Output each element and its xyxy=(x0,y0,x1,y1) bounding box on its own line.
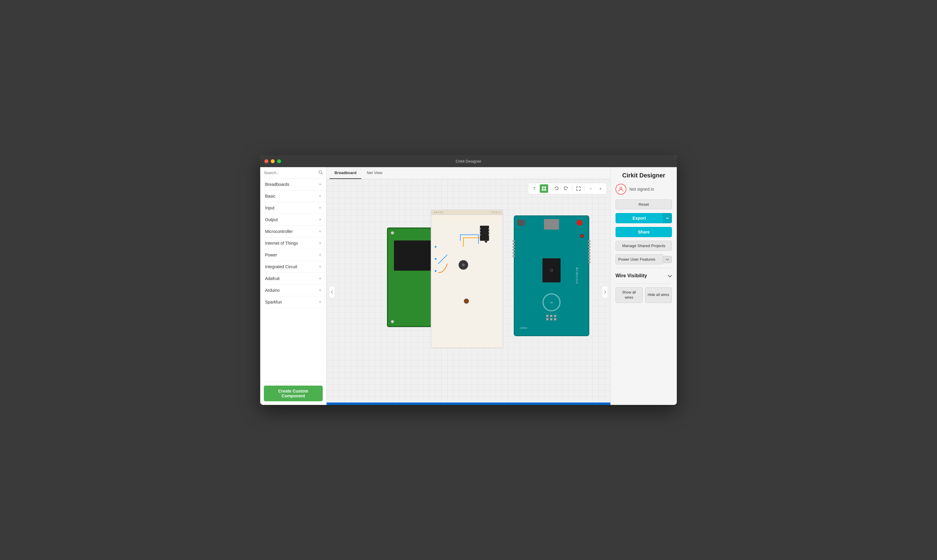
sidebar-item-label: Input xyxy=(265,206,274,210)
arduino-pin xyxy=(588,258,590,260)
arduino-pin xyxy=(513,243,515,245)
sidebar-item-label: Basic xyxy=(265,194,275,198)
sidebar-item-label: Integrated Circuit xyxy=(265,264,297,269)
sidebar-items-list: Breadboards + Basic + Input + Output + M… xyxy=(260,178,326,382)
sidebar-item-arduino[interactable]: Arduino + xyxy=(260,285,326,296)
arduino-pin xyxy=(588,255,590,257)
breadboard-header: A B C D E F G H I J xyxy=(432,210,502,215)
export-button-row: Export xyxy=(615,213,672,223)
power-user-row: Power User Features xyxy=(615,254,672,264)
sidebar-item-expand-icon: + xyxy=(319,217,322,222)
sidebar-item-expand-icon: + xyxy=(319,252,322,258)
svg-rect-17 xyxy=(489,228,490,229)
tab-net-view-label: Net View xyxy=(367,171,382,175)
sidebar-item-adafruit[interactable]: Adafruit + xyxy=(260,273,326,285)
sidebar-item-expand-icon: + xyxy=(319,276,322,281)
user-avatar-icon xyxy=(615,184,626,195)
tab-net-view[interactable]: Net View xyxy=(362,167,387,179)
sidebar-item-expand-icon: + xyxy=(319,205,322,211)
wire-visibility-title: Wire Visibility xyxy=(615,273,647,278)
sidebar-item-iot[interactable]: Internet of Things + xyxy=(260,237,326,249)
arduino-board: Arduino ∞ UNO xyxy=(514,215,589,336)
sidebar-item-label: Internet of Things xyxy=(265,241,298,246)
wire-visibility-chevron-icon xyxy=(668,273,672,278)
lcd-screen xyxy=(394,240,432,271)
create-custom-component-button[interactable]: Create Custom Component xyxy=(264,386,323,401)
sidebar-item-label: Power xyxy=(265,252,277,257)
tab-bar: Breadboard Net View xyxy=(327,167,610,179)
sidebar-item-label: Sparkfun xyxy=(265,300,282,305)
wire-buttons-row: Show all wires Hide all wires xyxy=(615,287,672,303)
canvas-container[interactable]: T xyxy=(327,179,610,405)
svg-rect-16 xyxy=(479,234,481,235)
sidebar-item-power[interactable]: Power + xyxy=(260,249,326,261)
arduino-left-pins xyxy=(513,240,515,257)
right-panel: Cirkit Designer Not signed in Reset Expo… xyxy=(610,167,677,405)
sidebar-item-output[interactable]: Output + xyxy=(260,214,326,226)
reset-button[interactable]: Reset xyxy=(615,200,672,209)
collapse-right-button[interactable] xyxy=(602,286,608,298)
svg-rect-18 xyxy=(489,231,490,232)
icsp-pin xyxy=(554,315,556,317)
search-input[interactable] xyxy=(264,171,316,175)
power-user-dropdown-button[interactable] xyxy=(663,256,672,263)
hide-all-wires-button[interactable]: Hide all wires xyxy=(645,287,672,303)
window-controls xyxy=(264,159,281,163)
sidebar-item-breadboards[interactable]: Breadboards + xyxy=(260,178,326,191)
manage-shared-projects-button[interactable]: Manage Shared Projects xyxy=(615,241,672,251)
canvas-scrollbar[interactable] xyxy=(327,403,610,405)
sidebar-item-sparkfun[interactable]: Sparkfun + xyxy=(260,296,326,308)
search-bar xyxy=(260,167,326,178)
sidebar-item-microcontroller[interactable]: Microcontroller + xyxy=(260,226,326,237)
arduino-pin xyxy=(588,249,590,251)
breadboard-dots-svg: // This will be done via CSS xyxy=(433,217,499,343)
canvas-components: A B C D E F G H I J xyxy=(327,179,610,405)
sidebar-item-label: Microcontroller xyxy=(265,229,293,234)
svg-point-9 xyxy=(464,299,469,303)
wire-visibility-section[interactable]: Wire Visibility xyxy=(615,272,672,280)
svg-point-10 xyxy=(435,246,436,248)
arduino-model-text: UNO xyxy=(521,326,527,329)
sidebar-item-expand-icon: + xyxy=(319,288,322,293)
arduino-pin xyxy=(513,246,515,248)
arduino-pin xyxy=(588,243,590,245)
svg-line-1 xyxy=(322,173,323,174)
export-dropdown-button[interactable] xyxy=(663,213,672,223)
sidebar-item-ic[interactable]: Integrated Circuit + xyxy=(260,261,326,273)
arduino-reset-button[interactable] xyxy=(580,234,584,238)
export-button[interactable]: Export xyxy=(615,213,663,223)
svg-rect-19 xyxy=(489,234,490,235)
collapse-left-button[interactable] xyxy=(329,286,335,298)
svg-rect-13 xyxy=(480,226,489,241)
sidebar-item-label: Adafruit xyxy=(265,276,279,281)
arduino-brand-text: Arduino xyxy=(575,267,579,284)
breadboard-component[interactable]: A B C D E F G H I J xyxy=(431,209,503,348)
arduino-pin xyxy=(588,261,590,263)
tab-breadboard[interactable]: Breadboard xyxy=(330,167,361,179)
close-button[interactable] xyxy=(264,159,268,163)
svg-point-20 xyxy=(485,240,487,243)
maximize-button[interactable] xyxy=(277,159,281,163)
titlebar: Cirkit Designer xyxy=(260,155,677,167)
show-all-wires-button[interactable]: Show all wires xyxy=(615,287,643,303)
svg-rect-15 xyxy=(479,231,481,232)
sidebar-item-basic[interactable]: Basic + xyxy=(260,191,326,202)
sidebar-item-input[interactable]: Input + xyxy=(260,202,326,214)
icsp-pin xyxy=(546,318,549,320)
app-window: Cirkit Designer Breadboards + xyxy=(260,155,677,405)
minimize-button[interactable] xyxy=(271,159,275,163)
panel-title: Cirkit Designer xyxy=(615,172,672,179)
lcd-mount-tl xyxy=(391,231,394,234)
sidebar-item-expand-icon: + xyxy=(319,299,322,305)
sidebar-item-expand-icon: + xyxy=(319,264,322,269)
svg-point-21 xyxy=(620,187,622,189)
icsp-pin xyxy=(550,315,552,317)
panel-divider xyxy=(615,268,672,268)
arduino-logo: ∞ xyxy=(542,293,561,311)
arduino-pin xyxy=(513,249,515,251)
arduino-component[interactable]: Arduino ∞ UNO xyxy=(514,215,589,336)
sidebar-item-label: Breadboards xyxy=(265,182,289,187)
chip-notch xyxy=(550,269,553,272)
share-button[interactable]: Share xyxy=(615,227,672,237)
power-user-features-button[interactable]: Power User Features xyxy=(615,254,663,264)
